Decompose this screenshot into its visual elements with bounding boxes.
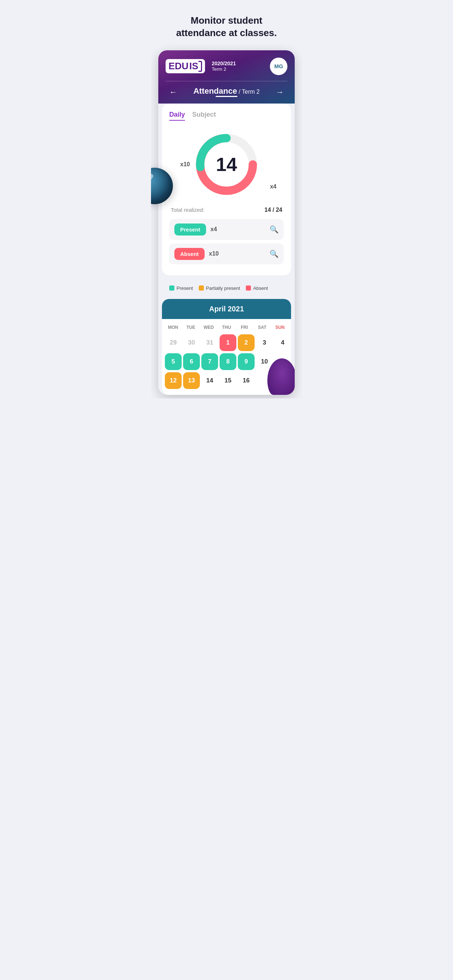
- cal-day[interactable]: 15: [220, 372, 236, 389]
- stats-row: Total realized: 14 / 24: [169, 207, 284, 213]
- stats-label: Total realized:: [171, 207, 205, 213]
- legend-absent: Absent: [246, 285, 268, 291]
- legend-present: Present: [169, 285, 193, 291]
- day-header-sun: SUN: [272, 323, 288, 332]
- cal-day[interactable]: 4: [274, 334, 291, 351]
- logo-area: EDU IS 2020/2021 Term 2: [166, 59, 236, 73]
- present-count: x4: [211, 226, 217, 232]
- cal-day[interactable]: 12: [165, 372, 182, 389]
- tab-subject[interactable]: Subject: [192, 111, 216, 121]
- app-header: EDU IS 2020/2021 Term 2 MG: [158, 50, 295, 103]
- legend-partial-dot: [199, 285, 204, 291]
- cal-day[interactable]: 8: [220, 353, 236, 370]
- content-card: Daily Subject x10: [162, 103, 291, 275]
- logo-box: EDU IS: [166, 59, 205, 73]
- nav-title: Attendance / Term 2: [193, 86, 260, 96]
- day-header-fri: FRI: [236, 323, 252, 332]
- logo-edu: EDU: [169, 60, 188, 72]
- term-label: Term 2: [212, 66, 236, 72]
- day-header-wed: WED: [201, 323, 217, 332]
- stats-value: 14 / 24: [265, 207, 282, 213]
- nav-forward-button[interactable]: →: [276, 88, 284, 97]
- absent-search-icon[interactable]: 🔍: [270, 250, 279, 258]
- absent-count: x10: [209, 250, 219, 257]
- page-title: Monitor student attendance at classes.: [166, 14, 287, 40]
- cal-day[interactable]: 9: [238, 353, 255, 370]
- donut-present-label: x4: [270, 183, 276, 190]
- cal-day[interactable]: 13: [183, 372, 200, 389]
- absent-pill: Absent: [174, 248, 205, 260]
- cal-day[interactable]: 30: [183, 334, 200, 351]
- nav-row: ← Attendance / Term 2 →: [166, 81, 287, 103]
- logo-is: IS: [189, 60, 198, 72]
- legend-present-dot: [169, 285, 174, 291]
- calendar-month-label: April 2021: [168, 305, 285, 313]
- calendar-week-1: 29 30 31 1 2 3 4: [165, 334, 288, 351]
- cal-day[interactable]: 7: [201, 353, 218, 370]
- calendar-header: April 2021: [162, 299, 291, 319]
- cal-day[interactable]: 16: [238, 372, 255, 389]
- cal-day[interactable]: 3: [256, 334, 273, 351]
- calendar-day-headers: MON TUE WED THU FRI SAT SUN: [165, 323, 288, 332]
- nav-title-container: Attendance / Term 2: [193, 86, 260, 99]
- year-label: 2020/2021: [212, 60, 236, 66]
- legend-row: Present Partially present Absent: [162, 281, 291, 295]
- day-header-tue: TUE: [183, 323, 199, 332]
- cal-day[interactable]: 31: [201, 334, 218, 351]
- day-header-mon: MON: [165, 323, 181, 332]
- present-search-icon[interactable]: 🔍: [270, 225, 279, 234]
- nav-underline: [215, 96, 238, 97]
- donut-absent-label: x10: [180, 161, 190, 168]
- day-header-sat: SAT: [254, 323, 270, 332]
- tab-daily[interactable]: Daily: [169, 111, 185, 121]
- absent-row: Absent x10 🔍: [169, 243, 284, 264]
- tabs-container: Daily Subject: [169, 111, 284, 121]
- donut-chart-container: x10 14 x4: [169, 128, 284, 201]
- nav-back-button[interactable]: ←: [169, 88, 177, 97]
- term-info: 2020/2021 Term 2: [212, 60, 236, 72]
- legend-partial: Partially present: [199, 285, 240, 291]
- cal-day[interactable]: 1: [220, 334, 236, 351]
- page-header: Monitor student attendance at classes.: [151, 0, 302, 47]
- present-row: Present x4 🔍: [169, 219, 284, 240]
- avatar[interactable]: MG: [270, 57, 287, 75]
- cal-day[interactable]: 5: [165, 353, 182, 370]
- present-pill: Present: [174, 223, 206, 235]
- donut-center-value: 14: [216, 153, 237, 175]
- cal-day[interactable]: 6: [183, 353, 200, 370]
- cal-day[interactable]: 14: [201, 372, 218, 389]
- day-header-thu: THU: [219, 323, 235, 332]
- legend-absent-dot: [246, 285, 251, 291]
- app-card: EDU IS 2020/2021 Term 2 MG: [158, 50, 295, 395]
- cal-day[interactable]: 29: [165, 334, 182, 351]
- logo-row: EDU IS 2020/2021 Term 2 MG: [166, 57, 287, 75]
- cal-day[interactable]: 2: [238, 334, 255, 351]
